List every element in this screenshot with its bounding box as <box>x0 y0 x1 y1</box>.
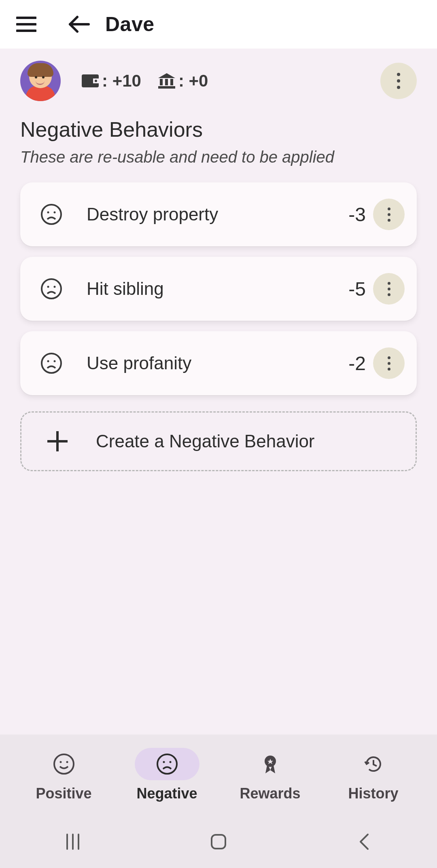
bottom-nav: Positive Negative Rewards History <box>0 735 437 815</box>
frown-icon <box>40 278 62 300</box>
svg-point-24 <box>157 754 177 774</box>
stats: : +10 : +0 <box>81 71 208 91</box>
svg-rect-34 <box>212 835 225 849</box>
svg-rect-8 <box>160 79 163 85</box>
more-vertical-icon <box>388 362 390 365</box>
behavior-points: -5 <box>348 278 366 300</box>
content: : +10 : +0 Negative Behaviors Th <box>0 49 437 735</box>
nav-icon-wrap <box>238 748 303 780</box>
system-nav-bar <box>0 815 437 868</box>
behavior-points: -2 <box>348 352 366 375</box>
svg-point-17 <box>54 286 56 288</box>
menu-button[interactable] <box>12 10 40 38</box>
frown-icon <box>40 352 62 374</box>
nav-positive[interactable]: Positive <box>12 748 115 802</box>
profile-more-button[interactable] <box>380 63 417 99</box>
nav-history[interactable]: History <box>322 748 425 802</box>
behavior-more-button[interactable] <box>373 273 405 305</box>
svg-marker-7 <box>158 73 175 78</box>
behavior-points: -3 <box>348 203 366 226</box>
hamburger-icon <box>16 16 36 32</box>
nav-rewards[interactable]: Rewards <box>218 748 322 802</box>
behavior-card[interactable]: Use profanity-2 <box>20 331 417 395</box>
nav-label: Positive <box>36 785 91 802</box>
svg-rect-11 <box>158 86 175 89</box>
svg-rect-9 <box>165 79 168 85</box>
svg-point-16 <box>47 286 49 288</box>
svg-point-12 <box>42 205 61 224</box>
more-vertical-icon <box>388 288 390 290</box>
behavior-list: Destroy property-3 Hit sibling-5 Use pro… <box>20 182 417 395</box>
create-behavior-button[interactable]: Create a Negative Behavior <box>20 411 417 471</box>
svg-point-23 <box>66 761 68 763</box>
back-button[interactable] <box>65 10 93 38</box>
section-title: Negative Behaviors <box>20 117 417 142</box>
bank-icon <box>157 72 176 89</box>
arrow-left-icon <box>68 15 90 34</box>
svg-point-25 <box>163 761 165 763</box>
ribbon-icon <box>259 753 281 775</box>
svg-rect-10 <box>170 79 173 85</box>
nav-icon-wrap <box>341 748 406 780</box>
wallet-icon <box>81 73 100 89</box>
nav-icon-wrap <box>135 748 199 780</box>
nav-icon-wrap <box>32 748 96 780</box>
wallet-value: : +10 <box>102 71 141 91</box>
svg-point-14 <box>54 212 56 214</box>
system-back-button[interactable] <box>352 830 376 854</box>
svg-point-20 <box>54 360 56 362</box>
svg-point-15 <box>42 279 61 299</box>
svg-point-18 <box>42 354 61 373</box>
avatar[interactable] <box>20 61 61 101</box>
behavior-card[interactable]: Hit sibling-5 <box>20 257 417 321</box>
more-vertical-icon <box>388 213 390 216</box>
nav-label: Rewards <box>240 785 300 802</box>
frown-icon <box>156 753 178 775</box>
svg-point-22 <box>59 761 62 763</box>
smile-icon <box>53 753 75 775</box>
recents-icon <box>64 833 82 851</box>
svg-point-21 <box>54 754 74 774</box>
chevron-left-icon <box>357 833 371 851</box>
bank-value: : +0 <box>178 71 208 91</box>
system-recents-button[interactable] <box>61 830 85 854</box>
svg-point-26 <box>169 761 171 763</box>
profile-overview: : +10 : +0 <box>20 61 417 101</box>
bank-stat: : +0 <box>157 71 208 91</box>
nav-label: History <box>348 785 398 802</box>
frown-icon <box>40 203 62 225</box>
behavior-more-button[interactable] <box>373 347 405 379</box>
behavior-label: Use profanity <box>87 353 348 373</box>
section-subtitle: These are re-usable and need to be appli… <box>20 148 417 166</box>
nav-negative[interactable]: Negative <box>115 748 218 802</box>
system-home-button[interactable] <box>206 830 231 854</box>
svg-point-6 <box>95 80 97 82</box>
behavior-card[interactable]: Destroy property-3 <box>20 182 417 246</box>
plus-icon <box>47 431 68 451</box>
app-bar: Dave <box>0 0 437 49</box>
create-behavior-label: Create a Negative Behavior <box>96 431 315 451</box>
home-icon <box>210 833 227 850</box>
svg-point-13 <box>47 212 49 214</box>
page-title: Dave <box>105 13 155 36</box>
behavior-label: Hit sibling <box>87 279 348 299</box>
history-icon <box>363 753 384 775</box>
more-vertical-icon <box>397 79 400 83</box>
wallet-stat: : +10 <box>81 71 141 91</box>
svg-point-19 <box>47 360 49 362</box>
nav-label: Negative <box>136 785 197 802</box>
behavior-more-button[interactable] <box>373 199 405 230</box>
behavior-label: Destroy property <box>87 204 348 224</box>
